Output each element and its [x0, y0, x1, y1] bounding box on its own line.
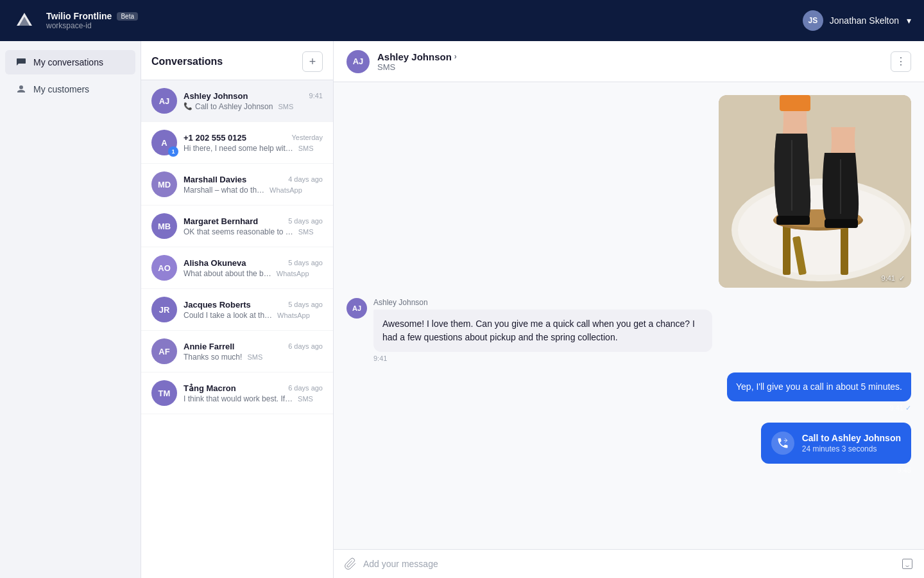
svg-rect-8	[776, 216, 810, 225]
conv-info-jacques: Jacques Roberts 5 days ago Could I take …	[184, 300, 323, 320]
conversation-item-annie[interactable]: AF Annie Farrell 6 days ago Thanks so mu…	[141, 331, 333, 372]
conversation-item-jacques[interactable]: JR Jacques Roberts 5 days ago Could I ta…	[141, 289, 333, 331]
logo-icon	[13, 9, 36, 32]
msg-time-call: 9:45	[761, 466, 911, 474]
conv-info-tang: Tảng Macron 6 days ago I think that woul…	[184, 383, 323, 403]
conv-info-alisha: Alisha Okuneva 5 days ago What about abo…	[184, 258, 323, 278]
emoji-button[interactable]	[901, 557, 914, 570]
avatar-annie: AF	[151, 338, 177, 364]
conv-info-annie: Annie Farrell 6 days ago Thanks so much!…	[184, 342, 323, 362]
avatar-anon: A 1	[151, 130, 177, 155]
avatar-ashley: AJ	[151, 88, 177, 114]
avatar-tang: TM	[151, 380, 177, 406]
call-bubble: Call to Ashley Johnson 24 minutes 3 seco…	[761, 423, 911, 464]
boots-image-svg	[719, 95, 911, 288]
conversation-item-margaret[interactable]: MB Margaret Bernhard 5 days ago OK that …	[141, 206, 333, 247]
call-duration: 24 minutes 3 seconds	[802, 444, 901, 453]
msg-time-mine: 9:41 ✓	[727, 404, 911, 412]
beta-badge: Beta	[117, 12, 138, 21]
person-icon	[15, 83, 27, 95]
sidebar-label-customers: My customers	[33, 84, 89, 94]
user-menu[interactable]: JS Jonathan Skelton ▾	[803, 10, 911, 31]
msg-avatar-ashley: AJ	[346, 298, 367, 319]
conv-info-anon: +1 202 555 0125 Yesterday Hi there, I ne…	[184, 133, 323, 153]
image-bubble: 9:41 ✓	[719, 95, 911, 288]
avatar-margaret: MB	[151, 213, 177, 239]
check-icon: ✓	[899, 274, 905, 282]
svg-rect-3	[783, 223, 791, 275]
conversations-panel: Conversations + AJ Ashley Johnson 9:41 📞…	[141, 41, 334, 578]
phone-icon: 📞	[184, 102, 193, 110]
check-icon: ✓	[905, 404, 911, 412]
conv-info-margaret: Margaret Bernhard 5 days ago OK that see…	[184, 216, 323, 236]
chat-messages: 9:41 ✓ AJ Ashley Johnson Awesome! I love…	[334, 82, 924, 549]
msg-sender-name: Ashley Johnson	[373, 298, 712, 307]
svg-rect-4	[841, 223, 848, 275]
message-call: Call to Ashley Johnson 24 minutes 3 seco…	[346, 423, 911, 474]
nav-title: Twilio Frontline Beta	[46, 11, 138, 21]
chat-icon	[15, 57, 27, 68]
sidebar-label-conversations: My conversations	[33, 57, 103, 67]
svg-rect-9	[780, 95, 810, 111]
conversation-list: AJ Ashley Johnson 9:41 📞 Call to Ashley …	[141, 80, 333, 578]
avatar-jacques: JR	[151, 297, 177, 322]
conversation-item-alisha[interactable]: AO Alisha Okuneva 5 days ago What about …	[141, 247, 333, 289]
conv-info-ashley: Ashley Johnson 9:41 📞 Call to Ashley Joh…	[184, 91, 323, 111]
chevron-down-icon: ▾	[907, 15, 911, 26]
conversation-item-ashley[interactable]: AJ Ashley Johnson 9:41 📞 Call to Ashley …	[141, 80, 333, 122]
conversation-item-anon[interactable]: A 1 +1 202 555 0125 Yesterday Hi there, …	[141, 122, 333, 164]
chevron-right-icon: ›	[454, 52, 457, 61]
sidebar-item-conversations[interactable]: My conversations	[5, 50, 135, 74]
conversations-title: Conversations	[151, 56, 223, 67]
user-avatar: JS	[803, 10, 823, 31]
attach-button[interactable]	[344, 557, 357, 570]
svg-rect-10	[825, 219, 858, 228]
more-options-button[interactable]: ⋮	[891, 51, 911, 72]
chat-header: AJ Ashley Johnson › SMS ⋮	[334, 41, 924, 82]
add-conversation-button[interactable]: +	[302, 51, 323, 72]
avatar-alisha: AO	[151, 255, 177, 281]
conv-info-marshall: Marshall Davies 4 days ago Marshall – wh…	[184, 175, 323, 195]
conversations-header: Conversations +	[141, 41, 333, 80]
top-nav: Twilio Frontline Beta workspace-id JS Jo…	[0, 0, 924, 41]
message-input[interactable]	[363, 559, 894, 569]
sidebar-item-customers[interactable]: My customers	[5, 77, 135, 101]
chat-area: AJ Ashley Johnson › SMS ⋮	[334, 41, 924, 578]
msg-time-ashley: 9:41	[373, 355, 712, 362]
phone-outgoing-icon	[771, 432, 794, 455]
conversation-item-marshall[interactable]: MD Marshall Davies 4 days ago Marshall –…	[141, 164, 333, 206]
avatar-marshall: MD	[151, 171, 177, 197]
msg-bubble-ashley: Awesome! I love them. Can you give me a …	[373, 310, 712, 352]
sidebar: My conversations My customers	[0, 41, 141, 578]
main-layout: My conversations My customers Conversati…	[0, 41, 924, 578]
svg-rect-13	[903, 559, 912, 569]
chat-input-area	[334, 549, 924, 578]
unread-badge: 1	[168, 146, 178, 157]
message-ashley-text: AJ Ashley Johnson Awesome! I love them. …	[346, 298, 911, 362]
msg-bubble-mine: Yep, I'll give you a call in about 5 min…	[727, 372, 911, 401]
chat-channel-label: SMS	[377, 62, 457, 72]
call-title: Call to Ashley Johnson	[802, 433, 901, 443]
message-image: 9:41 ✓	[346, 95, 911, 288]
workspace-id: workspace-id	[46, 21, 138, 30]
image-time: 9:41 ✓	[882, 274, 905, 283]
chat-contact-name[interactable]: Ashley Johnson ›	[377, 51, 457, 62]
chat-contact-avatar: AJ	[346, 50, 370, 73]
user-name: Jonathan Skelton	[830, 15, 899, 26]
message-mine-text: Yep, I'll give you a call in about 5 min…	[346, 372, 911, 412]
brand-section: Twilio Frontline Beta workspace-id	[46, 11, 138, 30]
conversation-item-tang[interactable]: TM Tảng Macron 6 days ago I think that w…	[141, 372, 333, 414]
